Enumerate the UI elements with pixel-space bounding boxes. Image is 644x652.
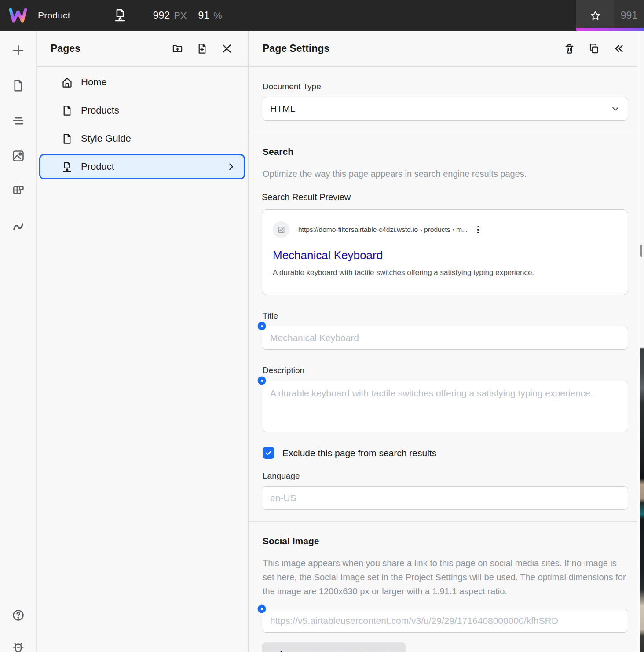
new-page-icon <box>196 43 208 55</box>
page-item-label: Product <box>81 161 114 172</box>
home-icon <box>61 77 73 88</box>
page-item-product-selected[interactable]: Product <box>39 154 245 179</box>
canvas-width-control[interactable]: 992 PX <box>153 10 187 22</box>
kebab-menu-icon <box>477 226 479 234</box>
document-type-label: Document Type <box>263 82 628 92</box>
breakpoint-value-zone[interactable]: 991 <box>614 0 644 31</box>
help-icon <box>11 608 25 622</box>
help-button[interactable] <box>7 604 29 626</box>
breakpoint-value: 991 <box>621 10 637 22</box>
settings-panel-title: Page Settings <box>263 43 329 55</box>
page-item-style-guide[interactable]: Style Guide <box>37 125 248 153</box>
marketplace-button[interactable] <box>7 180 29 201</box>
new-page-button[interactable] <box>193 40 211 58</box>
document-type-value: HTML <box>270 103 295 114</box>
duplicate-icon <box>588 43 600 55</box>
image-icon <box>11 149 25 163</box>
exclude-checkbox-row[interactable]: Exclude this page from search results <box>263 447 628 459</box>
preview-result-description: A durable keyboard with tactile switches… <box>273 268 616 277</box>
title-input[interactable] <box>262 326 628 350</box>
search-section: Search Optimize the way this page appear… <box>249 132 637 521</box>
description-input-wrap <box>262 381 628 434</box>
search-heading: Search <box>263 147 628 157</box>
breakpoint-tab: 991 <box>576 0 644 31</box>
page-item-products[interactable]: Products <box>37 96 248 125</box>
canvas-width-value: 992 <box>153 10 170 22</box>
image-icon <box>278 226 285 234</box>
social-image-url-input[interactable] <box>262 609 628 633</box>
preview-url-row: https://demo-filtersairtable-c4dzi.wstd.… <box>273 221 616 238</box>
chevron-right-icon <box>226 162 236 172</box>
breakpoint-underline <box>576 28 644 31</box>
navigator-button[interactable] <box>7 110 29 131</box>
navigator-icon <box>11 114 25 128</box>
language-input-wrap <box>262 486 628 510</box>
binding-dot[interactable] <box>258 377 266 385</box>
assets-button[interactable] <box>7 145 29 166</box>
resources-button[interactable] <box>7 216 29 237</box>
settings-body: Document Type HTML Search Optimize the w… <box>249 67 637 652</box>
chevron-down-icon <box>611 104 620 113</box>
social-image-section: Social Image This image appears when you… <box>249 522 637 652</box>
canvas-image-sliver <box>640 31 644 652</box>
zoom-value: 91 <box>198 10 210 22</box>
app-window: Product 992 PX 91 % 991 <box>0 0 644 652</box>
wave-icon <box>11 220 25 233</box>
exclude-checkbox-label: Exclude this page from search results <box>282 448 436 458</box>
canvas-edge-strip <box>637 31 644 652</box>
title-field-label: Title <box>263 311 628 321</box>
social-image-description: This image appears when you share a link… <box>263 556 628 598</box>
report-bug-button[interactable] <box>7 637 29 652</box>
choose-image-button[interactable]: Choose Image From Assets <box>262 642 406 652</box>
pages-panel-header: Pages <box>37 31 248 67</box>
page-icon <box>61 105 73 117</box>
document-type-select[interactable]: HTML <box>262 97 628 121</box>
webstudio-logo-icon[interactable] <box>8 7 28 24</box>
topbar: Product 992 PX 91 % 991 <box>0 0 644 31</box>
search-preview-label: Search Result Preview <box>262 192 628 202</box>
page-item-label: Products <box>81 105 119 116</box>
duplicate-page-button[interactable] <box>585 40 603 58</box>
description-field-label: Description <box>263 366 628 375</box>
binding-dot[interactable] <box>258 322 266 330</box>
document-type-section: Document Type HTML <box>249 67 637 132</box>
canvas-width-unit: PX <box>174 10 187 22</box>
breakpoint-star-button[interactable] <box>576 0 614 31</box>
zoom-control[interactable]: 91 % <box>198 10 222 22</box>
title-input-wrap <box>262 326 628 350</box>
page-settings-panel: Page Settings Document Type HTML <box>249 31 637 652</box>
bug-icon <box>11 641 25 652</box>
preview-result-title: Mechanical Keyboard <box>273 249 616 262</box>
page-icon <box>11 79 25 92</box>
dynamic-page-icon <box>61 161 73 173</box>
new-folder-button[interactable] <box>168 40 186 58</box>
language-input[interactable] <box>262 486 628 510</box>
pages-button[interactable] <box>7 75 29 96</box>
trash-icon <box>564 43 575 55</box>
new-folder-icon <box>172 43 183 55</box>
pages-panel-title: Pages <box>51 43 80 55</box>
chevrons-left-icon <box>613 43 625 55</box>
components-icon <box>11 184 25 198</box>
dynamic-page-icon[interactable] <box>113 8 128 23</box>
project-title[interactable]: Product <box>38 10 70 21</box>
zoom-unit: % <box>213 10 222 22</box>
page-icon <box>61 133 73 145</box>
favicon-placeholder <box>273 221 289 238</box>
binding-dot[interactable] <box>258 605 266 613</box>
preview-url: https://demo-filtersairtable-c4dzi.wstd.… <box>298 226 468 234</box>
delete-page-button[interactable] <box>560 40 578 58</box>
collapse-panel-button[interactable] <box>610 40 627 58</box>
star-icon <box>589 10 601 22</box>
pages-panel: Pages Home Products <box>37 31 249 652</box>
social-image-heading: Social Image <box>263 536 628 546</box>
close-pages-button[interactable] <box>218 40 235 58</box>
add-component-button[interactable] <box>7 40 29 61</box>
description-input[interactable] <box>262 381 628 432</box>
page-item-home[interactable]: Home <box>37 68 248 96</box>
main-area: Pages Home Products <box>0 31 644 652</box>
scrollbar-thumb[interactable] <box>640 245 642 257</box>
settings-panel-header: Page Settings <box>249 31 637 67</box>
plus-icon <box>11 44 25 57</box>
checkbox-checked-icon[interactable] <box>263 447 274 459</box>
